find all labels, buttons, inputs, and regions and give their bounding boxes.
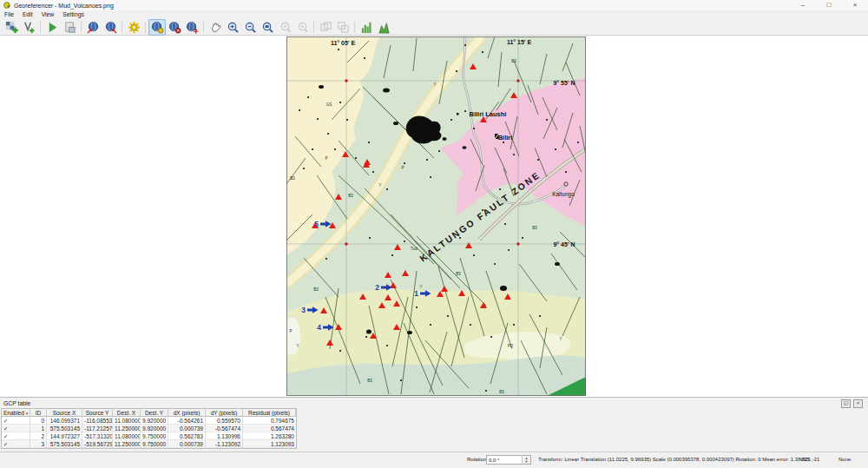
gcp-cell: 0.559570 <box>206 417 243 425</box>
gcp-cell: 146.099371 <box>47 417 82 425</box>
zoom-out-button[interactable] <box>241 19 259 36</box>
gcp-cell: 2 <box>30 432 47 440</box>
open-raster-button[interactable] <box>3 19 20 36</box>
transformation-settings-button[interactable] <box>125 19 142 36</box>
gcp-cell: 1 <box>30 425 47 432</box>
gcp-cell: 0.794675 <box>243 417 296 425</box>
map-label: P <box>325 156 327 161</box>
column-header[interactable]: Dest. Y <box>141 409 168 417</box>
zoom-in-button[interactable] <box>224 19 241 36</box>
pan-button[interactable] <box>207 19 224 36</box>
move-point-button[interactable] <box>183 19 201 36</box>
gcp-table-panel: GCP table ◱ × Enabled▾IDSource XSource Y… <box>0 397 868 452</box>
gcp-table-row[interactable]: ✓3575.503145-519.56729611.2500009.750000… <box>2 440 296 448</box>
toolbar-separator <box>122 22 122 33</box>
link-qgis-to-georeferencer-button[interactable] <box>334 19 352 36</box>
raster-map-image[interactable]: 5213411° 05' E11° 15' E9° 55' N9° 45' NB… <box>286 36 586 396</box>
zoom-to-layer-button[interactable] <box>259 19 276 36</box>
map-label: GS <box>326 102 332 107</box>
gcp-enabled-checkbox[interactable]: ✓ <box>2 440 30 448</box>
gcp-cell: -1.123092 <box>206 440 243 448</box>
histogram-local-icon <box>378 21 391 34</box>
open-vector-icon <box>23 21 36 34</box>
link-georeferencer-to-qgis-button[interactable] <box>317 19 334 36</box>
spinner-arrows-icon[interactable]: ▲▼ <box>522 456 530 464</box>
zoom-layer-icon <box>261 21 274 34</box>
gcp-enabled-checkbox[interactable]: ✓ <box>2 417 30 425</box>
map-label: Y <box>559 337 562 341</box>
column-header[interactable]: Source X <box>47 409 82 417</box>
start-georeferencing-button[interactable] <box>43 19 61 36</box>
dock-close-icon[interactable]: × <box>853 399 863 408</box>
gcp-cell: 9.750000 <box>141 440 168 448</box>
map-label: Y <box>378 183 381 188</box>
menu-edit[interactable]: Edit <box>18 10 37 19</box>
zoom-next-button[interactable] <box>293 19 311 36</box>
gcp-enabled-checkbox[interactable]: ✓ <box>2 425 30 432</box>
close-icon[interactable]: × <box>842 0 868 10</box>
rotation-spinbox[interactable]: 0,0 ° ▲▼ <box>486 455 531 465</box>
map-label: Y <box>419 285 422 289</box>
menu-settings[interactable]: Settings <box>58 10 89 19</box>
toolbar-separator <box>203 22 204 33</box>
map-label: PD <box>508 344 514 348</box>
load-gcp-points-button[interactable] <box>84 19 102 36</box>
gcp-point-marker[interactable] <box>345 242 347 245</box>
column-header[interactable]: Enabled▾ <box>2 409 30 417</box>
local-histogram-stretch-button[interactable] <box>375 19 392 36</box>
dock-float-icon[interactable]: ◱ <box>841 399 851 408</box>
gcp-table-row[interactable]: ✓1575.503145-117.21257911.2500009.920000… <box>2 425 296 432</box>
gcp-cell: 11.080000 <box>113 417 141 425</box>
map-label: B3 <box>499 390 504 394</box>
zoom-out-icon <box>244 21 257 34</box>
map-label: 11° 05' E <box>331 40 356 46</box>
histogram-full-icon <box>360 21 373 34</box>
map-label: Todi <box>411 247 418 251</box>
column-header[interactable]: ID <box>30 409 47 417</box>
gcp-point-marker[interactable] <box>516 242 519 245</box>
column-header[interactable]: Residual (pixels) <box>243 409 296 417</box>
toolbar-separator <box>145 22 146 33</box>
rotation-value[interactable]: 0,0 ° <box>487 458 522 463</box>
column-header[interactable]: Dest. X <box>113 409 141 417</box>
toolbar-separator <box>313 22 314 33</box>
map-label: B3 <box>313 287 319 292</box>
gcp-point-marker[interactable] <box>345 79 347 82</box>
gcp-cell: 0.567474 <box>243 425 296 432</box>
gcp-table-row[interactable]: ✓0146.099371-116.08553511.0800009.920000… <box>2 417 296 425</box>
gcp-cell: 9.750000 <box>141 432 168 440</box>
column-header[interactable]: Source Y <box>82 409 113 417</box>
full-histogram-stretch-button[interactable] <box>358 19 375 36</box>
toolbar-separator <box>354 22 355 33</box>
map-label: B3 <box>456 272 461 276</box>
gcp-table-header: Enabled▾IDSource XSource YDest. XDest. Y… <box>2 409 296 417</box>
menu-view[interactable]: View <box>37 10 59 19</box>
delete-point-button[interactable] <box>166 19 183 36</box>
gcp-point-marker[interactable] <box>516 79 519 82</box>
save-gcp-points-button[interactable] <box>102 19 119 36</box>
gcp-table-rows: ✓0146.099371-116.08553511.0800009.920000… <box>2 417 296 448</box>
gcp-cell: 575.503145 <box>47 425 82 432</box>
gcp-cell: 1.123093 <box>243 440 296 448</box>
add-point-button[interactable] <box>148 19 166 36</box>
map-label: 11° 15' E <box>507 39 532 45</box>
menu-file[interactable]: File <box>0 10 18 19</box>
map-label: B3 <box>511 59 516 63</box>
map-label: P <box>401 166 404 170</box>
zoom-last-button[interactable] <box>276 19 293 36</box>
gcp-cell: 11.080000 <box>113 432 141 440</box>
crs-status: None <box>838 457 851 462</box>
gcp-enabled-checkbox[interactable]: ✓ <box>2 432 30 440</box>
column-header[interactable]: dX (pixels) <box>168 409 206 417</box>
gdal-script-button[interactable] <box>61 19 78 36</box>
column-header[interactable]: dY (pixels) <box>206 409 243 417</box>
gcp-cell: 575.503145 <box>47 440 82 448</box>
minimize-icon[interactable]: – <box>790 0 816 10</box>
gcp-table: Enabled▾IDSource XSource YDest. XDest. Y… <box>1 408 297 449</box>
gcp-table-row[interactable]: ✓2144.972327-517.31320811.0800009.750000… <box>2 432 296 440</box>
map-label: 9° 45' N <box>553 241 575 247</box>
save-gcp-icon <box>104 21 117 34</box>
georeferencer-canvas[interactable]: 5213411° 05' E11° 15' E9° 55' N9° 45' NB… <box>0 36 868 397</box>
open-vector-button[interactable] <box>20 19 37 36</box>
maximize-icon[interactable]: □ <box>816 0 842 10</box>
